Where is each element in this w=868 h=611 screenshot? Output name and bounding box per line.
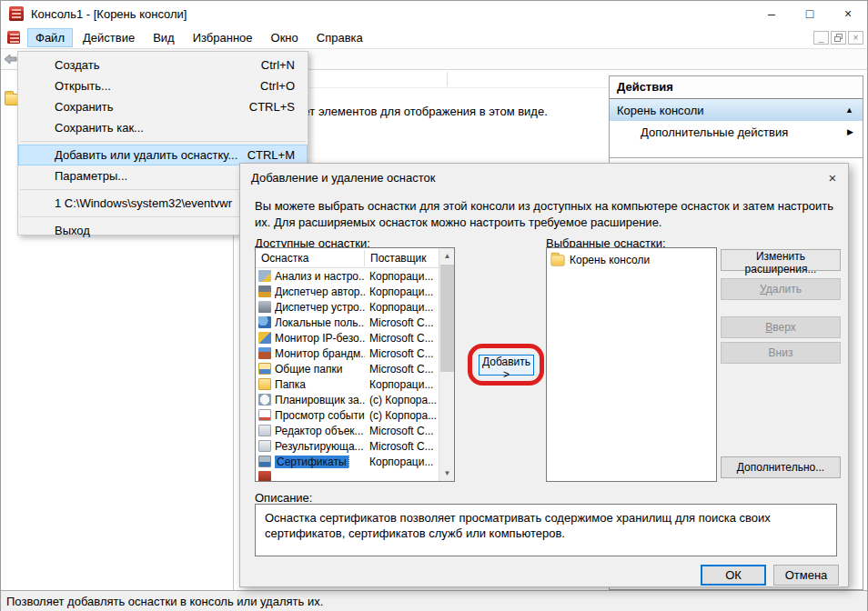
scroll-down-icon[interactable]: ▼ bbox=[439, 466, 455, 481]
menu-item-save[interactable]: Сохранить CTRL+S bbox=[18, 96, 308, 117]
scroll-up-icon[interactable]: ▲ bbox=[439, 248, 455, 264]
selected-snapins-list[interactable]: Корень консоли bbox=[546, 247, 717, 482]
close-button[interactable]: × bbox=[829, 1, 867, 26]
snapin-row[interactable]: Результирующа... Microsoft C... bbox=[256, 438, 439, 454]
snapin-row[interactable]: Диспетчер устро... Корпораци... bbox=[256, 299, 439, 315]
actions-item-more-actions[interactable]: Дополнительные действия ▶ bbox=[610, 121, 863, 143]
mmc-window: Консоль1 - [Корень консоли] – □ × Файл Д… bbox=[0, 0, 868, 611]
snapin-row[interactable]: Диспетчер автор... Корпораци... bbox=[256, 284, 439, 299]
advanced-button[interactable]: Дополнительно... bbox=[721, 456, 841, 478]
list-scrollbar[interactable]: ▲ ▼ bbox=[439, 248, 454, 481]
status-bar: Позволяет добавлять оснастки в консоль и… bbox=[1, 590, 867, 611]
menu-action[interactable]: Действие bbox=[75, 28, 143, 47]
snapin-row[interactable]: Редактор объек... Microsoft C... bbox=[256, 423, 439, 438]
snapin-vendor: Microsoft C... bbox=[365, 363, 434, 376]
expand-icon: ▶ bbox=[847, 127, 853, 136]
menu-view[interactable]: Вид bbox=[145, 28, 183, 47]
task-scheduler-icon bbox=[258, 394, 271, 406]
snapin-row[interactable]: Локальные поль... Microsoft C... bbox=[256, 315, 439, 330]
snapin-row[interactable]: Монитор IP-безо... Microsoft C... bbox=[256, 330, 439, 346]
snapin-row-certificates-selected[interactable]: Сертификаты Корпораци... bbox=[256, 454, 439, 469]
edit-extensions-button[interactable]: Изменить расширения... bbox=[721, 249, 841, 271]
menu-file[interactable]: Файл bbox=[27, 28, 73, 47]
available-snapins-list[interactable]: Оснастка Поставщик Анализ и настро... Ко… bbox=[255, 247, 455, 482]
snapin-name: Планировщик за... bbox=[275, 394, 365, 406]
selected-snapin-console-root[interactable]: Корень консоли bbox=[547, 248, 716, 266]
add-remove-snapins-dialog: Добавление и удаление оснасток × Вы може… bbox=[239, 163, 849, 587]
menu-item-shortcut: CTRL+S bbox=[249, 100, 295, 114]
menu-item-label: 1 C:\Windows\system32\eventvwr bbox=[55, 196, 232, 210]
column-snapin[interactable]: Оснастка bbox=[261, 252, 308, 265]
menu-bar: Файл Действие Вид Избранное Окно Справка… bbox=[1, 26, 867, 49]
menu-item-label: Добавить или удалить оснастку... bbox=[55, 148, 237, 162]
menu-item-label: Создать bbox=[55, 58, 99, 72]
menu-window[interactable]: Окно bbox=[263, 28, 307, 47]
mmc-child-icon bbox=[7, 31, 20, 44]
minimize-button[interactable]: – bbox=[752, 1, 791, 26]
snapin-row[interactable]: Общие папки Microsoft C... bbox=[256, 361, 439, 376]
snapin-name: Монитор брандм... bbox=[275, 347, 365, 360]
column-vendor[interactable]: Поставщик bbox=[370, 252, 427, 265]
window-title: Консоль1 - [Корень консоли] bbox=[31, 7, 187, 21]
maximize-button[interactable]: □ bbox=[791, 1, 829, 26]
dialog-close-button[interactable]: × bbox=[817, 164, 848, 191]
dialog-intro-text: Вы можете выбрать оснастки для этой конс… bbox=[255, 198, 837, 231]
snapin-name: Сертификаты bbox=[275, 456, 348, 468]
menu-item-new[interactable]: Создать Ctrl+N bbox=[18, 55, 308, 75]
menu-item-label: Сохранить bbox=[55, 100, 114, 114]
snapin-name: Анализ и настро... bbox=[275, 270, 365, 283]
description-box: Оснастка сертификатов позволяет просматр… bbox=[255, 504, 837, 556]
menu-item-save-as[interactable]: Сохранить как... bbox=[18, 117, 308, 138]
snapin-name: Локальные поль... bbox=[275, 316, 365, 329]
shared-folders-icon bbox=[258, 363, 271, 375]
collapse-icon[interactable]: ▲ bbox=[845, 105, 853, 115]
child-minimize-button[interactable]: _ bbox=[813, 31, 829, 45]
description-label: Описание: bbox=[255, 491, 312, 505]
menu-help[interactable]: Справка bbox=[308, 28, 371, 47]
firewall-monitor-icon bbox=[258, 347, 271, 359]
local-users-icon bbox=[258, 316, 271, 328]
snapin-row[interactable]: Монитор брандм... Microsoft C... bbox=[256, 346, 439, 361]
actions-group-console-root[interactable]: Корень консоли ▲ bbox=[610, 99, 863, 121]
actions-pane-title: Действия bbox=[610, 76, 863, 99]
move-down-button: Вниз bbox=[721, 342, 841, 364]
snapin-name: Диспетчер устро... bbox=[275, 301, 365, 314]
snapin-vendor: Microsoft C... bbox=[365, 316, 434, 329]
snapin-vendor: Microsoft C... bbox=[365, 425, 434, 437]
menu-item-shortcut: Ctrl+O bbox=[260, 79, 295, 93]
snapin-row[interactable]: Папка Корпораци... bbox=[256, 376, 439, 392]
selected-snapin-label: Корень консоли bbox=[570, 254, 650, 266]
snapin-vendor: (с) Корпора... bbox=[365, 409, 437, 422]
remove-button: Удалить bbox=[721, 278, 841, 300]
child-restore-button[interactable] bbox=[831, 31, 846, 45]
menu-item-label: Выход bbox=[55, 224, 90, 237]
snapin-row[interactable]: Планировщик за... (с) Корпора... bbox=[256, 392, 439, 407]
title-bar: Консоль1 - [Корень консоли] – □ × bbox=[1, 1, 867, 26]
snapin-name: Монитор IP-безо... bbox=[275, 332, 365, 345]
snapin-name: Диспетчер автор... bbox=[275, 285, 365, 298]
authorization-manager-icon bbox=[258, 285, 271, 297]
menu-favorites[interactable]: Избранное bbox=[185, 28, 261, 47]
actions-separator bbox=[610, 157, 863, 158]
snapin-vendor: Корпораци... bbox=[365, 378, 433, 391]
snapin-row[interactable]: Просмотр событий (с) Корпора... bbox=[256, 407, 439, 423]
back-arrow-icon[interactable] bbox=[4, 52, 18, 66]
snapin-vendor: Microsoft C... bbox=[365, 332, 434, 345]
snapin-row-clipped[interactable] bbox=[256, 469, 439, 482]
dialog-title-bar: Добавление и удаление оснасток × bbox=[240, 164, 848, 191]
security-analysis-icon bbox=[258, 270, 271, 282]
dialog-title: Добавление и удаление оснасток bbox=[240, 171, 435, 185]
move-up-button: Вверх bbox=[721, 316, 841, 338]
menu-item-open[interactable]: Открыть... Ctrl+O bbox=[18, 75, 308, 96]
list-column-header[interactable]: Оснастка Поставщик bbox=[256, 248, 454, 268]
console-root-folder-icon bbox=[550, 255, 564, 265]
ok-button[interactable]: ОК bbox=[701, 565, 766, 586]
scrollbar-thumb[interactable] bbox=[440, 265, 454, 372]
cancel-button[interactable]: Отмена bbox=[773, 565, 839, 586]
gpo-editor-icon bbox=[258, 425, 271, 436]
actions-group-label: Корень консоли bbox=[617, 104, 704, 117]
snapin-name: Результирующа... bbox=[275, 440, 365, 453]
snapin-name: Редактор объек... bbox=[275, 425, 365, 437]
snapin-row[interactable]: Анализ и настро... Корпораци... bbox=[256, 268, 439, 284]
child-close-button[interactable]: × bbox=[848, 31, 863, 45]
